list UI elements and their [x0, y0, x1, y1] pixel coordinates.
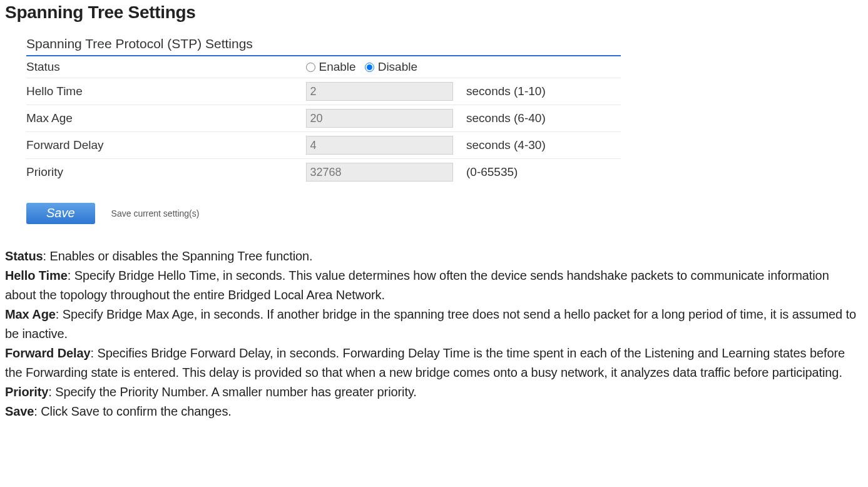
row-max-age: Max Age seconds (6-40) — [26, 105, 621, 132]
status-enable-label: Enable — [319, 60, 356, 74]
term-status: Status — [5, 249, 43, 263]
hint-hello-time: seconds (1-10) — [466, 78, 621, 105]
text-maxage: : Specify Bridge Max Age, in seconds. If… — [5, 307, 856, 341]
term-maxage: Max Age — [5, 307, 56, 321]
text-hello: : Specify Bridge Hello Time, in seconds.… — [5, 269, 829, 302]
row-forward-delay: Forward Delay seconds (4-30) — [26, 132, 621, 159]
desc-maxage: Max Age: Specify Bridge Max Age, in seco… — [5, 305, 863, 344]
text-priority: : Specify the Priority Number. A smaller… — [48, 385, 417, 399]
term-priority: Priority — [5, 385, 48, 399]
panel-header: Spanning Tree Protocol (STP) Settings — [26, 36, 621, 56]
desc-priority: Priority: Specify the Priority Number. A… — [5, 382, 863, 402]
term-fwd: Forward Delay — [5, 346, 91, 360]
term-save: Save — [5, 404, 34, 418]
hint-max-age: seconds (6-40) — [466, 105, 621, 132]
row-hello-time: Hello Time seconds (1-10) — [26, 78, 621, 105]
desc-fwd: Forward Delay: Specifies Bridge Forward … — [5, 344, 863, 382]
save-button[interactable]: Save — [26, 203, 95, 224]
text-status: : Enables or disables the Spanning Tree … — [43, 249, 313, 263]
save-hint: Save current setting(s) — [111, 208, 200, 218]
row-status: Status Enable Disable — [26, 56, 621, 78]
desc-save: Save: Click Save to confirm the changes. — [5, 402, 863, 421]
term-hello: Hello Time — [5, 269, 68, 282]
descriptions: Status: Enables or disables the Spanning… — [5, 247, 863, 421]
hint-priority: (0-65535) — [466, 159, 621, 186]
forward-delay-input[interactable] — [306, 136, 453, 155]
hint-forward-delay: seconds (4-30) — [466, 132, 621, 159]
priority-input[interactable] — [306, 163, 453, 182]
label-status: Status — [26, 56, 306, 78]
max-age-input[interactable] — [306, 109, 453, 128]
label-priority: Priority — [26, 159, 306, 186]
label-forward-delay: Forward Delay — [26, 132, 306, 159]
status-enable-radio[interactable] — [306, 63, 315, 72]
label-hello-time: Hello Time — [26, 78, 306, 105]
row-priority: Priority (0-65535) — [26, 159, 621, 186]
label-max-age: Max Age — [26, 105, 306, 132]
desc-hello: Hello Time: Specify Bridge Hello Time, i… — [5, 266, 863, 305]
status-disable-radio[interactable] — [365, 63, 374, 72]
settings-table: Status Enable Disable Hello Time seconds… — [26, 56, 621, 185]
text-save: : Click Save to confirm the changes. — [34, 404, 231, 418]
text-fwd: : Specifies Bridge Forward Delay, in sec… — [5, 346, 845, 379]
save-row: Save Save current setting(s) — [26, 203, 868, 224]
hello-time-input[interactable] — [306, 82, 453, 101]
settings-panel: Spanning Tree Protocol (STP) Settings St… — [26, 36, 621, 185]
desc-status: Status: Enables or disables the Spanning… — [5, 247, 863, 266]
page-title: Spanning Tree Settings — [5, 3, 868, 23]
status-disable-label: Disable — [378, 60, 417, 74]
